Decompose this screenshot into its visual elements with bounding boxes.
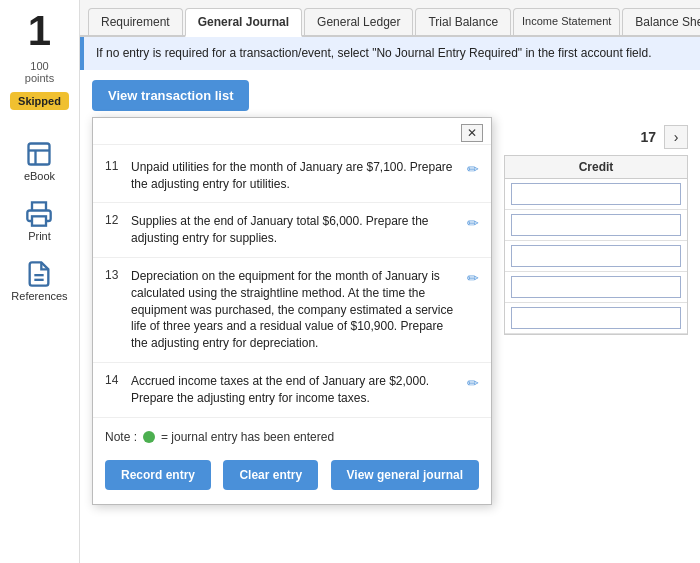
references-icon — [25, 260, 53, 288]
transaction-num-14: 14 — [105, 373, 123, 387]
view-general-journal-button[interactable]: View general journal — [331, 460, 479, 490]
ebook-label: eBook — [24, 170, 55, 182]
transaction-text-12: Supplies at the end of January total $6,… — [131, 213, 459, 247]
edit-icon-11[interactable]: ✏ — [467, 161, 479, 177]
edit-icon-14[interactable]: ✏ — [467, 375, 479, 391]
edit-icon-13[interactable]: ✏ — [467, 270, 479, 286]
tab-requirement[interactable]: Requirement — [88, 8, 183, 35]
problem-number: 1 — [28, 10, 51, 52]
transaction-item: 11 Unpaid utilities for the month of Jan… — [93, 149, 491, 204]
points-label: 100 points — [25, 60, 54, 84]
note-label: Note : — [105, 430, 137, 444]
svg-rect-3 — [32, 216, 46, 225]
record-entry-button[interactable]: Record entry — [105, 460, 211, 490]
journal-table: Credit — [504, 155, 688, 335]
journal-input-row-3 — [505, 241, 687, 272]
journal-input-row-1 — [505, 179, 687, 210]
transaction-item: 13 Depreciation on the equipment for the… — [93, 258, 491, 363]
credit-input-5[interactable] — [511, 307, 681, 329]
modal-note: Note : = journal entry has been entered — [93, 422, 491, 452]
tab-general-journal[interactable]: General Journal — [185, 8, 302, 37]
content-layout: ✕ 11 Unpaid utilities for the month of J… — [80, 117, 700, 505]
journal-page-number: 17 — [640, 129, 656, 145]
journal-next-arrow[interactable]: › — [664, 125, 688, 149]
skipped-badge: Skipped — [10, 92, 69, 110]
transaction-list: 11 Unpaid utilities for the month of Jan… — [93, 145, 491, 422]
book-icon — [25, 140, 53, 168]
credit-input-3[interactable] — [511, 245, 681, 267]
credit-input-4[interactable] — [511, 276, 681, 298]
edit-icon-12[interactable]: ✏ — [467, 215, 479, 231]
journal-input-row-5 — [505, 303, 687, 334]
journal-nav: 17 › — [504, 117, 688, 155]
clear-entry-button[interactable]: Clear entry — [223, 460, 318, 490]
credit-input-2[interactable] — [511, 214, 681, 236]
sidebar-item-print[interactable]: Print — [25, 200, 53, 242]
sidebar-icon-group: eBook Print References — [11, 140, 67, 302]
tab-general-ledger[interactable]: General Ledger — [304, 8, 413, 35]
credit-column-header: Credit — [511, 160, 681, 174]
journal-table-header: Credit — [505, 156, 687, 179]
transaction-num-12: 12 — [105, 213, 123, 227]
journal-area: 17 › Credit — [504, 117, 688, 505]
print-icon — [25, 200, 53, 228]
transaction-text-13: Depreciation on the equipment for the mo… — [131, 268, 459, 352]
tab-trial-balance[interactable]: Trial Balance — [415, 8, 511, 35]
transaction-item: 14 Accrued income taxes at the end of Ja… — [93, 363, 491, 418]
modal-header: ✕ — [93, 118, 491, 145]
transaction-modal: ✕ 11 Unpaid utilities for the month of J… — [92, 117, 492, 505]
tab-income-statement[interactable]: Income Statement — [513, 8, 620, 35]
view-transaction-button[interactable]: View transaction list — [92, 80, 249, 111]
modal-close-button[interactable]: ✕ — [461, 124, 483, 142]
sidebar: 1 100 points Skipped eBook — [0, 0, 80, 563]
credit-input-1[interactable] — [511, 183, 681, 205]
journal-input-row-4 — [505, 272, 687, 303]
references-label: References — [11, 290, 67, 302]
tabs-bar: Requirement General Journal General Ledg… — [80, 0, 700, 37]
action-area: View transaction list — [80, 70, 700, 117]
svg-rect-0 — [29, 144, 50, 165]
print-label: Print — [28, 230, 51, 242]
green-dot-icon — [143, 431, 155, 443]
info-bar: If no entry is required for a transactio… — [80, 37, 700, 70]
sidebar-item-ebook[interactable]: eBook — [24, 140, 55, 182]
outer-container: 1 100 points Skipped eBook — [0, 0, 700, 563]
tab-balance-sheet[interactable]: Balance Sheet — [622, 8, 700, 35]
sidebar-item-references[interactable]: References — [11, 260, 67, 302]
transaction-num-11: 11 — [105, 159, 123, 173]
transaction-text-11: Unpaid utilities for the month of Januar… — [131, 159, 459, 193]
transaction-text-14: Accrued income taxes at the end of Janua… — [131, 373, 459, 407]
info-bar-text: If no entry is required for a transactio… — [96, 46, 651, 60]
transaction-num-13: 13 — [105, 268, 123, 282]
note-text: = journal entry has been entered — [161, 430, 334, 444]
main-content: Requirement General Journal General Ledg… — [80, 0, 700, 505]
modal-footer: Record entry Clear entry View general jo… — [93, 452, 491, 494]
transaction-item: 12 Supplies at the end of January total … — [93, 203, 491, 258]
journal-input-row-2 — [505, 210, 687, 241]
